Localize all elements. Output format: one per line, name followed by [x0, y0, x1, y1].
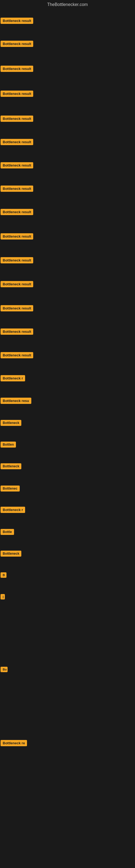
bottleneck-row-32: Bottleneck re [1, 740, 27, 747]
bottleneck-row-18: Bottleneck [1, 420, 21, 427]
bottleneck-badge-18: Bottleneck [1, 420, 21, 426]
bottleneck-badge-21: Bottlenec [1, 486, 20, 492]
bottleneck-row-11: Bottleneck result [1, 257, 33, 265]
bottleneck-badge-2: Bottleneck result [1, 41, 33, 47]
bottleneck-row-4: Bottleneck result [1, 91, 33, 98]
bottleneck-badge-8: Bottleneck result [1, 186, 33, 192]
site-title: TheBottlenecker.com [0, 0, 135, 10]
bottleneck-row-10: Bottleneck result [1, 233, 33, 241]
bottleneck-row-26: | [1, 594, 5, 600]
bottleneck-row-5: Bottleneck result [1, 116, 33, 123]
bottleneck-badge-29: Bo [1, 667, 8, 672]
bottleneck-row-15: Bottleneck result [1, 352, 33, 360]
bottleneck-badge-32: Bottleneck re [1, 740, 27, 746]
bottleneck-row-20: Bottleneck [1, 463, 21, 470]
bottleneck-row-25: B [1, 572, 6, 579]
bottleneck-badge-14: Bottleneck result [1, 329, 33, 335]
bottleneck-badge-13: Bottleneck result [1, 305, 33, 311]
bottleneck-row-1: Bottleneck result [1, 18, 33, 25]
bottleneck-row-24: Bottleneck [1, 551, 21, 558]
bottleneck-badge-25: B [1, 572, 6, 578]
bottleneck-badge-12: Bottleneck result [1, 281, 33, 287]
bottleneck-row-29: Bo [1, 667, 8, 673]
bottleneck-badge-26: | [1, 594, 5, 599]
bottleneck-badge-19: Bottlen [1, 442, 16, 447]
bottleneck-badge-3: Bottleneck result [1, 66, 33, 72]
bottleneck-badge-16: Bottleneck r [1, 375, 25, 381]
bottleneck-badge-20: Bottleneck [1, 463, 21, 469]
bottleneck-badge-5: Bottleneck result [1, 116, 33, 122]
bottleneck-row-7: Bottleneck result [1, 162, 33, 169]
rows-container: Bottleneck resultBottleneck resultBottle… [0, 10, 135, 867]
bottleneck-row-23: Bottle [1, 529, 14, 536]
bottleneck-row-21: Bottlenec [1, 486, 20, 493]
bottleneck-row-2: Bottleneck result [1, 41, 33, 48]
bottleneck-row-13: Bottleneck result [1, 305, 33, 312]
site-title-container: TheBottlenecker.com [0, 0, 135, 10]
bottleneck-badge-10: Bottleneck result [1, 233, 33, 240]
bottleneck-row-9: Bottleneck result [1, 209, 33, 216]
bottleneck-row-17: Bottleneck resu [1, 398, 31, 405]
bottleneck-row-8: Bottleneck result [1, 186, 33, 193]
bottleneck-badge-9: Bottleneck result [1, 209, 33, 215]
bottleneck-badge-11: Bottleneck result [1, 257, 33, 264]
bottleneck-row-19: Bottlen [1, 442, 16, 448]
bottleneck-row-6: Bottleneck result [1, 139, 33, 146]
bottleneck-row-3: Bottleneck result [1, 66, 33, 73]
bottleneck-row-16: Bottleneck r [1, 375, 25, 382]
bottleneck-badge-15: Bottleneck result [1, 352, 33, 358]
bottleneck-badge-22: Bottleneck r [1, 507, 25, 513]
bottleneck-badge-23: Bottle [1, 529, 14, 535]
bottleneck-badge-1: Bottleneck result [1, 18, 33, 24]
bottleneck-row-22: Bottleneck r [1, 507, 25, 514]
bottleneck-badge-24: Bottleneck [1, 551, 21, 557]
bottleneck-row-12: Bottleneck result [1, 281, 33, 288]
bottleneck-badge-7: Bottleneck result [1, 162, 33, 168]
bottleneck-badge-17: Bottleneck resu [1, 398, 31, 404]
bottleneck-row-14: Bottleneck result [1, 329, 33, 336]
bottleneck-badge-6: Bottleneck result [1, 139, 33, 145]
bottleneck-badge-4: Bottleneck result [1, 91, 33, 97]
